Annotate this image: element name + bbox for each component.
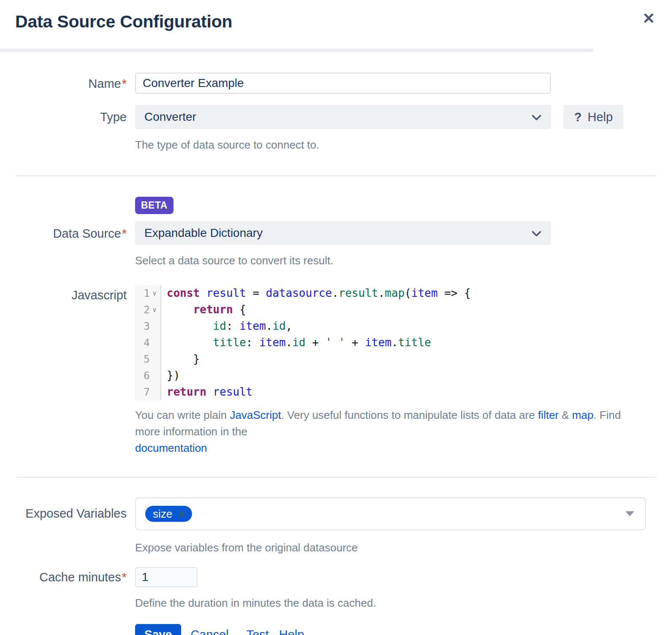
cache-minutes-label: Cache minutes* xyxy=(0,567,127,584)
data-source-helper-text: Select a data source to convert its resu… xyxy=(135,252,672,269)
close-icon[interactable]: ✕ xyxy=(642,11,655,26)
chevron-down-icon xyxy=(531,110,542,124)
fold-chevron-icon[interactable]: ∨ xyxy=(151,289,158,297)
tag-remove-icon[interactable]: x xyxy=(179,508,184,519)
actions-row: Save Cancel Test Help xyxy=(0,624,672,635)
line-number: 6 xyxy=(135,367,161,384)
inline-link[interactable]: map xyxy=(572,409,593,421)
data-source-row: Data Source* Expandable Dictionary Selec… xyxy=(0,221,672,269)
exposed-variables-helper-text: Expose variables from the original datas… xyxy=(135,540,672,556)
cache-minutes-helper-text: Define the duration in minutes the data … xyxy=(135,595,672,611)
exposed-variables-label: Exposed Variables xyxy=(0,497,127,521)
header-divider xyxy=(0,49,593,52)
name-row: Name* xyxy=(0,73,672,94)
section-divider xyxy=(15,477,657,478)
inline-link[interactable]: filter xyxy=(538,409,558,421)
line-number: 1∨ xyxy=(135,285,161,301)
javascript-editor[interactable]: 1∨const result = datasource.result.map(i… xyxy=(135,285,551,400)
type-select-value: Converter xyxy=(144,110,196,124)
code-line: 2∨ return { xyxy=(135,301,551,318)
type-helper-text: The type of data source to connect to. xyxy=(135,137,672,153)
cancel-button[interactable]: Cancel xyxy=(190,628,228,635)
section-divider xyxy=(15,175,657,176)
javascript-row: Javascript 1∨const result = datasource.r… xyxy=(0,285,672,456)
inline-link[interactable]: JavaScript xyxy=(230,409,281,421)
line-number: 2∨ xyxy=(135,301,161,318)
javascript-description: You can write plain JavaScript. Very use… xyxy=(135,407,646,456)
inline-link[interactable]: documentation xyxy=(135,442,207,454)
dialog-header: Data Source Configuration ✕ xyxy=(0,0,672,49)
cache-minutes-input[interactable] xyxy=(135,567,198,587)
beta-badge: BETA xyxy=(135,197,173,214)
code-line: 3 id: item.id, xyxy=(135,318,551,334)
dropdown-caret-icon[interactable] xyxy=(626,511,634,516)
type-row: Type Converter ? Help The type of data s… xyxy=(0,105,672,153)
type-help-button[interactable]: ? Help xyxy=(564,105,623,129)
required-asterisk: * xyxy=(122,227,127,240)
code-line: 5 } xyxy=(135,351,551,367)
type-label: Type xyxy=(0,105,127,124)
type-select[interactable]: Converter xyxy=(135,105,551,129)
code-line: 6}) xyxy=(135,367,551,384)
name-label: Name* xyxy=(0,73,127,91)
name-input[interactable] xyxy=(135,73,551,94)
data-source-select-value: Expandable Dictionary xyxy=(144,226,263,240)
test-button[interactable]: Test xyxy=(247,628,269,635)
cache-minutes-row: Cache minutes* Define the duration in mi… xyxy=(0,567,672,611)
exposed-variables-select[interactable]: sizex xyxy=(135,497,646,530)
code-line: 7return result xyxy=(135,384,551,400)
question-mark-icon: ? xyxy=(574,110,582,124)
beta-row: BETA xyxy=(0,197,672,214)
dialog-title: Data Source Configuration xyxy=(15,12,232,32)
code-line: 4 title: item.id + ' ' + item.title xyxy=(135,334,551,351)
line-number: 3 xyxy=(135,318,161,334)
required-asterisk: * xyxy=(122,77,127,90)
variable-tag: sizex xyxy=(145,506,192,522)
exposed-variables-row: Exposed Variables sizex Expose variables… xyxy=(0,497,672,556)
form-body: Name* Type Converter ? Help The type of … xyxy=(0,52,672,635)
fold-chevron-icon[interactable]: ∨ xyxy=(151,306,158,314)
required-asterisk: * xyxy=(122,570,127,584)
line-number: 5 xyxy=(135,351,161,367)
code-line: 1∨const result = datasource.result.map(i… xyxy=(135,285,551,301)
chevron-down-icon xyxy=(531,226,542,240)
exposed-variables-tags: sizex xyxy=(145,506,192,522)
line-number: 4 xyxy=(135,334,161,351)
line-number: 7 xyxy=(135,384,161,400)
help-link[interactable]: Help xyxy=(279,628,304,635)
data-source-select[interactable]: Expandable Dictionary xyxy=(135,221,551,245)
save-button[interactable]: Save xyxy=(135,624,181,635)
data-source-label: Data Source* xyxy=(0,221,127,241)
javascript-label: Javascript xyxy=(0,285,127,302)
